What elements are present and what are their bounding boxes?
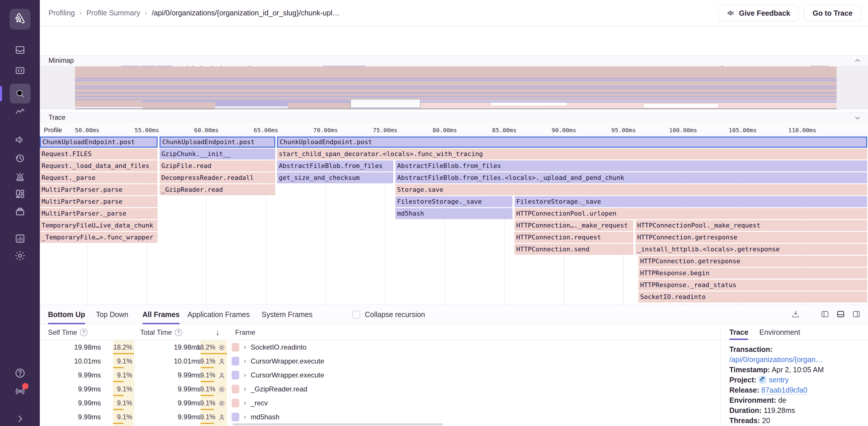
flame-frame[interactable]: _install_httplib.<locals>.getresponse: [636, 244, 867, 255]
flame-frame[interactable]: Storage.save: [395, 184, 867, 195]
sidebar-item-stats[interactable]: [0, 233, 40, 244]
layout-right-icon[interactable]: [852, 309, 861, 319]
flame-frame[interactable]: MultiPartParser._parse: [40, 208, 158, 219]
sidebar-item-dashboards[interactable]: [0, 188, 40, 200]
frame-table-row[interactable]: 9.99ms 9.1% 9.99ms 9.1% › CursorWrapper.…: [40, 368, 720, 382]
flame-frame[interactable]: Request.FILES: [40, 149, 158, 160]
breadcrumb-profiling[interactable]: Profiling: [49, 9, 75, 17]
flame-frame[interactable]: HTTPConnection.request: [515, 232, 633, 243]
col-self-time[interactable]: Self Time?: [48, 325, 88, 340]
download-icon[interactable]: [791, 310, 800, 319]
tab-all-frames[interactable]: All Frames: [143, 305, 180, 324]
sort-desc-icon[interactable]: ↓: [216, 328, 219, 337]
flame-frame[interactable]: Request._parse: [40, 172, 158, 183]
expand-caret-icon[interactable]: ›: [244, 371, 246, 379]
flame-frame[interactable]: FilestoreStorage._save: [515, 196, 867, 207]
go-to-trace-button[interactable]: Go to Trace: [804, 5, 861, 21]
expand-caret-icon[interactable]: ›: [244, 399, 246, 407]
chevron-down-icon[interactable]: [854, 113, 862, 122]
horizontal-scrollbar[interactable]: [232, 423, 443, 425]
flame-frame[interactable]: MultiPartParser.parse: [40, 184, 158, 195]
python-project-icon: [758, 376, 767, 384]
flame-frame[interactable]: _TemporaryFile…>.func_wrapper: [40, 232, 158, 243]
flamegraph[interactable]: ChunkUploadEndpoint.postChunkUploadEndpo…: [40, 136, 868, 304]
tab-environment[interactable]: Environment: [759, 325, 800, 340]
flame-frame[interactable]: HTTPResponse.begin: [638, 268, 867, 279]
layout-left-icon[interactable]: [820, 309, 830, 319]
sidebar-item-alerts[interactable]: [0, 171, 40, 183]
frame-table-row[interactable]: 9.99ms 9.1% 9.99ms 9.1% › _GzipReader.re…: [40, 382, 720, 396]
flame-frame[interactable]: HTTPConnectionPool._make_request: [636, 220, 867, 231]
flame-frame[interactable]: ChunkUploadEndpoint.post: [277, 137, 867, 148]
flame-frame[interactable]: HTTPConnection.getresponse: [638, 256, 867, 267]
flame-frame[interactable]: HTTPConnection…._make_request: [515, 220, 633, 231]
tab-top-down[interactable]: Top Down: [96, 305, 128, 324]
flame-frame[interactable]: FilestoreStorage._save: [395, 196, 513, 207]
alerts-icon: [14, 171, 26, 183]
flame-frame[interactable]: get_size_and_checksum: [277, 172, 393, 183]
collapse-recursion-checkbox[interactable]: [352, 310, 360, 319]
project-link[interactable]: sentry: [769, 376, 788, 384]
sidebar-item-feedback[interactable]: [0, 134, 40, 145]
tab-application-frames[interactable]: Application Frames: [187, 305, 250, 324]
sentry-logo-icon[interactable]: [9, 9, 31, 30]
sidebar-item-settings[interactable]: [0, 250, 40, 262]
releases-icon: [14, 206, 26, 217]
sidebar-item-expand[interactable]: [0, 413, 40, 424]
tab-system-frames[interactable]: System Frames: [261, 305, 312, 324]
expand-caret-icon[interactable]: ›: [244, 385, 246, 393]
chevron-up-icon[interactable]: [854, 57, 862, 65]
flame-frame[interactable]: HTTPConnection.getresponse: [636, 232, 867, 243]
breadcrumb-profile-summary[interactable]: Profile Summary: [86, 9, 140, 17]
frame-name: _recv: [251, 399, 268, 407]
sidebar-item-replays[interactable]: [0, 153, 40, 164]
flame-frame[interactable]: TemporaryFileU…ive_data_chunk: [40, 220, 158, 231]
flame-frame[interactable]: start_child_span_decorator.<locals>.func…: [277, 149, 867, 160]
help-icon[interactable]: ?: [80, 329, 88, 336]
self-pct-cell: 9.1%: [113, 410, 134, 424]
sidebar-item-releases[interactable]: [0, 206, 40, 217]
sidebar-item-whats-new[interactable]: [0, 385, 40, 397]
tab-bottom-up[interactable]: Bottom Up: [48, 305, 85, 324]
flame-frame[interactable]: GzipChunk.__init__: [160, 149, 275, 160]
flame-frame[interactable]: Request._load_data_and_files: [40, 160, 158, 171]
flame-frame[interactable]: AbstractFileBlob.from_files: [395, 160, 867, 171]
col-total-time[interactable]: Total Time?: [140, 325, 182, 340]
sidebar-item-explore[interactable]: [0, 65, 40, 76]
minimap-viewport[interactable]: [350, 99, 421, 108]
flame-frame[interactable]: ChunkUploadEndpoint.post: [160, 137, 275, 148]
flame-frame[interactable]: SocketIO.readinto: [638, 291, 867, 302]
flame-frame[interactable]: MultiPartParser.parse: [40, 196, 158, 207]
flame-frame[interactable]: GzipFile.read: [160, 160, 275, 171]
release-link[interactable]: 87aab1d9cfa0: [761, 386, 807, 395]
give-feedback-button[interactable]: Give Feedback: [718, 5, 799, 21]
total-pct-cell: 18.2%: [200, 340, 227, 354]
transaction-link[interactable]: /api/0/organizations/{organ…: [729, 355, 823, 363]
flame-frame[interactable]: HTTPResponse._read_status: [638, 280, 867, 291]
expand-caret-icon[interactable]: ›: [244, 357, 246, 365]
frame-table-row[interactable]: 10.01ms 9.1% 10.01ms 9.1% › CursorWrappe…: [40, 354, 720, 368]
flame-frame[interactable]: ChunkUploadEndpoint.post: [40, 137, 158, 148]
layout-bottom-icon[interactable]: [836, 309, 845, 319]
sidebar-item-explore-active[interactable]: [9, 84, 31, 103]
flame-frame[interactable]: md5hash: [395, 208, 513, 219]
sidebar-item-traces[interactable]: [0, 106, 40, 118]
minimap-canvas[interactable]: [40, 66, 868, 109]
frame-table-row[interactable]: 9.99ms 9.1% 9.99ms 9.1% › md5hash: [40, 410, 720, 424]
flame-frame[interactable]: AbstractFileBlob.from_files.<locals>._up…: [395, 172, 867, 183]
frame-table-row[interactable]: 19.98ms 18.2% 19.98ms 18.2% › SocketIO.r…: [40, 340, 720, 354]
flame-frame[interactable]: HTTPConnection.send: [515, 244, 633, 255]
frame-table-row[interactable]: 9.99ms 9.1% 9.99ms 9.1% › _recv: [40, 396, 720, 410]
flame-frame[interactable]: DecompressReader.readall: [160, 172, 275, 183]
expand-caret-icon[interactable]: ›: [244, 343, 246, 351]
tab-trace[interactable]: Trace: [729, 325, 748, 340]
expand-caret-icon[interactable]: ›: [244, 413, 246, 421]
help-icon[interactable]: ?: [175, 329, 182, 336]
sidebar-item-issues[interactable]: [0, 44, 40, 56]
flame-frame[interactable]: _GzipReader.read: [160, 184, 275, 195]
flame-frame[interactable]: HTTPConnectionPool.urlopen: [515, 208, 867, 219]
flame-frame[interactable]: AbstractFileBlob.from_files: [277, 160, 393, 171]
frame-color-swatch: [232, 343, 239, 352]
sidebar-item-help[interactable]: [0, 367, 40, 379]
total-time: 9.99ms: [142, 396, 200, 410]
